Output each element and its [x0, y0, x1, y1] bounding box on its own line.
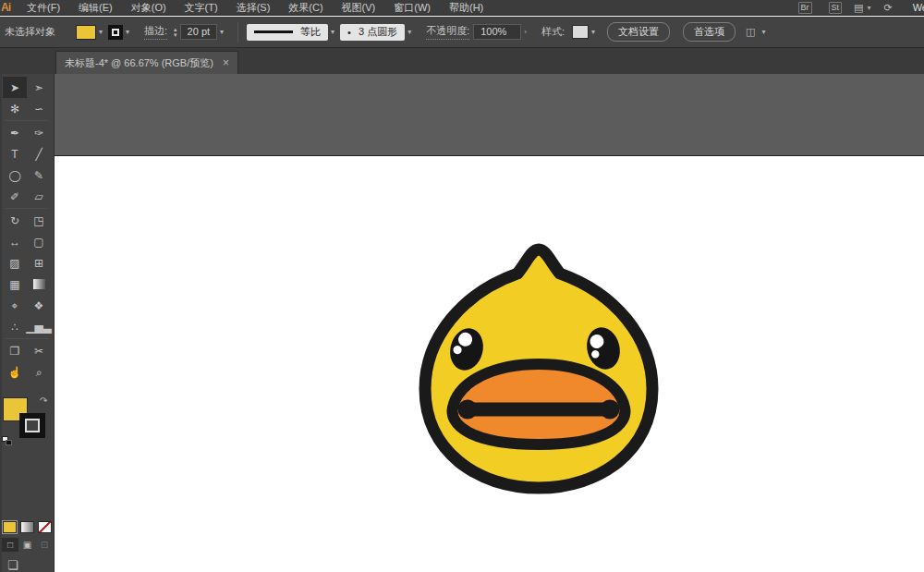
stroke-color-indicator[interactable]	[19, 413, 45, 438]
canvas-area[interactable]	[55, 74, 924, 572]
fill-color-swatch[interactable]	[76, 25, 96, 40]
tool-type-tool[interactable]: T	[3, 143, 27, 164]
menu-help[interactable]: 帮助(H)	[440, 2, 492, 13]
preferences-button[interactable]: 首选项	[683, 22, 736, 42]
lasso-tool-icon: ∽	[34, 103, 43, 116]
change-screen-mode-icon[interactable]: ❏	[7, 558, 18, 572]
arrange-documents-icon[interactable]: ▤	[854, 2, 863, 14]
gradient-tool-icon: ■	[33, 279, 45, 289]
menu-edit[interactable]: 编辑(E)	[69, 2, 122, 13]
menu-bar: Ai 文件(F)编辑(E)对象(O)文字(T)选择(S)效果(C)视图(V)窗口…	[0, 0, 924, 16]
menu-window[interactable]: 窗口(W)	[384, 2, 440, 13]
gradient-button[interactable]	[20, 521, 34, 533]
default-fill-stroke-icon[interactable]	[2, 436, 13, 446]
tool-direct-selection-tool[interactable]: ➣	[27, 77, 51, 98]
stroke-color-swatch[interactable]	[108, 25, 123, 40]
stepper-down-icon[interactable]: ▾	[174, 32, 177, 38]
menu-object[interactable]: 对象(O)	[122, 2, 176, 13]
stroke-weight-label[interactable]: 描边:	[144, 24, 167, 40]
style-swatch[interactable]	[572, 25, 589, 39]
eyedropper-tool-icon: ⌖	[12, 299, 18, 312]
tool-shape-builder-tool[interactable]: ▨	[3, 252, 27, 274]
slice-tool-icon: ✂	[34, 345, 43, 358]
draw-inside-mode[interactable]: ⊡	[36, 538, 53, 552]
width-profile-preview-icon	[254, 30, 293, 33]
fill-stroke-indicator: ↷	[0, 396, 55, 449]
tool-ellipse-tool[interactable]: ◯	[3, 164, 27, 186]
tool-curvature-tool[interactable]: ✑	[27, 122, 51, 143]
column-graph-tool-icon: ▁▅▃	[26, 321, 52, 334]
tool-line-segment-tool[interactable]: ╱	[27, 143, 51, 164]
duck-mouth-end-right	[601, 400, 620, 420]
draw-normal-mode[interactable]: □	[2, 538, 18, 552]
tool-paintbrush-tool[interactable]: ✎	[27, 164, 51, 186]
opacity-value[interactable]: 100%	[473, 24, 521, 40]
bridge-button[interactable]: Br	[798, 2, 812, 14]
stroke-weight-value[interactable]: 20 pt	[180, 24, 217, 40]
stock-button[interactable]: St	[829, 2, 843, 14]
tool-gradient-tool[interactable]: ■	[27, 274, 51, 295]
tool-width-tool[interactable]: ↔	[3, 231, 27, 252]
width-profile-dropdown[interactable]: 等比	[247, 24, 328, 41]
pasteboard[interactable]	[55, 74, 924, 156]
tool-pen-tool[interactable]: ✒	[3, 122, 27, 143]
tool-symbol-sprayer-tool[interactable]: ∴	[3, 316, 27, 337]
color-button[interactable]	[3, 521, 17, 533]
brush-definition-chevron-icon[interactable]: ▾	[407, 28, 411, 36]
tool-scale-tool[interactable]: ◳	[27, 210, 51, 231]
paintbrush-tool-icon: ✎	[34, 169, 43, 182]
tool-lasso-tool[interactable]: ∽	[27, 98, 51, 119]
tool-magic-wand-tool[interactable]: ✻	[3, 98, 27, 119]
menu-select[interactable]: 选择(S)	[227, 2, 280, 13]
tool-pencil-tool[interactable]: ✐	[3, 186, 27, 207]
swap-fill-stroke-icon[interactable]: ↷	[40, 396, 47, 406]
brush-definition-dropdown[interactable]: • 3 点圆形	[340, 24, 405, 41]
workspace-switcher-icon[interactable]: ◫	[746, 26, 755, 38]
menu-file[interactable]: 文件(F)	[18, 2, 69, 13]
stroke-color-chevron-icon[interactable]: ▾	[126, 28, 129, 36]
tool-artboard-tool[interactable]: ❐	[3, 340, 27, 361]
opacity-label[interactable]: 不透明度:	[426, 24, 469, 40]
tool-selection-tool[interactable]: ➤	[3, 77, 27, 98]
tool-slice-tool[interactable]: ✂	[27, 340, 51, 361]
menu-type[interactable]: 文字(T)	[176, 2, 227, 13]
arrange-documents-chevron-icon[interactable]: ▾	[867, 4, 870, 12]
tool-perspective-grid-tool[interactable]: ⊞	[27, 252, 51, 274]
width-profile-chevron-icon[interactable]: ▾	[331, 28, 334, 36]
style-chevron-icon[interactable]: ▾	[591, 28, 595, 36]
tool-zoom-tool[interactable]: ⌕	[27, 361, 51, 383]
menu-effect[interactable]: 效果(C)	[279, 2, 332, 13]
tool-hand-tool[interactable]: ☝	[3, 361, 27, 383]
sync-settings-icon[interactable]: ⟳	[883, 2, 892, 14]
draw-behind-mode[interactable]: ▣	[19, 538, 36, 552]
scale-tool-icon: ◳	[33, 214, 43, 227]
opacity-chevron-icon[interactable]: ›	[524, 28, 527, 36]
tool-mesh-tool[interactable]: ▦	[3, 274, 27, 295]
document-tab[interactable]: 未标题-4* @ 66.67% (RGB/预览) ×	[55, 51, 238, 74]
close-tab-icon[interactable]: ×	[223, 56, 229, 69]
document-setup-button[interactable]: 文档设置	[607, 22, 670, 42]
eraser-tool-icon: ▱	[34, 190, 43, 203]
tools-divider	[5, 338, 49, 339]
mesh-tool-icon: ▦	[9, 278, 19, 291]
fill-color-chevron-icon[interactable]: ▾	[99, 28, 103, 36]
workspace-name-clipped[interactable]: We	[896, 2, 924, 13]
tool-eraser-tool[interactable]: ▱	[27, 186, 51, 207]
stroke-weight-stepper[interactable]: ▴ ▾	[174, 27, 177, 38]
pencil-tool-icon: ✐	[10, 190, 19, 203]
duck-face-artwork[interactable]	[418, 243, 660, 494]
line-segment-tool-icon: ╱	[35, 148, 42, 161]
workspace-switcher-chevron-icon[interactable]: ▾	[761, 28, 765, 36]
tool-blend-tool[interactable]: ❖	[27, 295, 51, 316]
none-button[interactable]	[38, 521, 52, 533]
menu-view[interactable]: 视图(V)	[333, 2, 385, 13]
stroke-weight-chevron-icon[interactable]: ▾	[220, 28, 224, 36]
tool-eyedropper-tool[interactable]: ⌖	[3, 295, 27, 316]
duck-mouth-end-left	[458, 400, 478, 420]
tool-rotate-tool[interactable]: ↻	[3, 210, 27, 231]
style-label: 样式:	[541, 25, 565, 40]
shape-builder-tool-icon: ▨	[9, 257, 19, 270]
tools-divider	[5, 120, 49, 121]
tool-column-graph-tool[interactable]: ▁▅▃	[27, 316, 51, 337]
tool-free-transform-tool[interactable]: ▢	[27, 231, 51, 252]
